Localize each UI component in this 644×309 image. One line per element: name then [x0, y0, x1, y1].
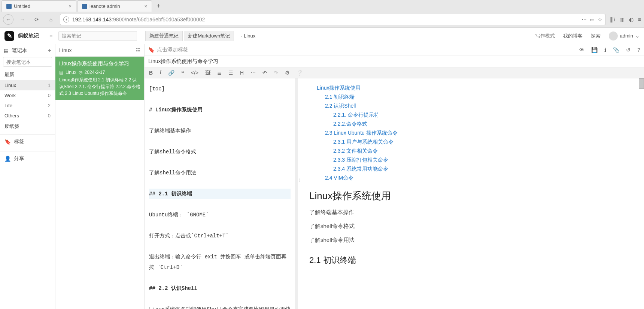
toggle-sidebar-icon[interactable]: ≡ — [49, 33, 52, 39]
italic-button[interactable]: I — [160, 70, 161, 76]
preview-h2: 2.1 初识终端 — [309, 255, 633, 266]
sidebar-item-tags[interactable]: 🔖 标签 — [0, 134, 55, 149]
sort-icon[interactable]: ☷ — [136, 47, 140, 53]
toc-link[interactable]: 2.3.4 系统常用功能命令 — [333, 165, 633, 174]
browser-chrome: Untitled × leanote admin × + ← → ⟳ ⌂ i 1… — [0, 0, 644, 27]
notebook-search[interactable] — [3, 57, 52, 67]
sidebar-item-folder[interactable]: Life 2 — [0, 100, 55, 111]
breadcrumb: - Linux — [241, 33, 255, 39]
home-button[interactable]: ⌂ — [46, 14, 56, 25]
menu-icon[interactable]: ≡ — [638, 16, 641, 22]
favicon-icon — [6, 4, 12, 9]
url-bar[interactable]: i 192.168.149.143:9800/note/65d1a6ebf50d… — [60, 14, 606, 25]
notebook-search-input[interactable] — [3, 57, 52, 67]
help-icon[interactable]: ❔ — [297, 70, 303, 76]
attachment-icon[interactable]: 📎 — [613, 47, 619, 53]
collapse-handle-icon[interactable]: 〉 — [298, 176, 303, 185]
toc-link[interactable]: 2.2.2.命令格式 — [333, 120, 633, 129]
sidebar-item-folder[interactable]: Work 0 — [0, 90, 55, 100]
ol-button[interactable]: ≣ — [217, 70, 222, 76]
search-notes-input[interactable]: 搜索笔记 — [58, 31, 137, 41]
sidebar-item-folder[interactable]: Others 0 — [0, 111, 55, 121]
search-placeholder: 搜索笔记 — [62, 33, 81, 39]
app-header: ✎ 蚂蚁笔记 ≡ 搜索笔记 新建普通笔记 新建Markdown笔记 - Linu… — [0, 28, 644, 44]
toc-link[interactable]: 2.3.3 压缩打包相关命令 — [333, 156, 633, 165]
shield-icon[interactable]: ◐ — [629, 16, 634, 22]
notebook-label: 笔记本 — [12, 47, 27, 54]
note-title[interactable]: Linux操作系统使用与命令学习 — [145, 56, 644, 68]
preview-icon[interactable]: 👁 — [579, 47, 584, 53]
toc-link[interactable]: 2.4 VIM命令 — [325, 174, 633, 183]
settings-icon[interactable]: ⚙ — [285, 70, 290, 76]
more-icon[interactable]: ⋯ — [581, 16, 587, 22]
note-card[interactable]: Linux操作系统使用与命令学习 ▤ Linux ◷ 2024-2-17 Lin… — [55, 57, 144, 100]
header-right: 写作模式 我的博客 探索 admin ⌄ — [535, 32, 640, 40]
preview-pane: 〉 Linux操作系统使用 2.1 初识终端 2.2 认识Shell 2.2.1… — [298, 78, 644, 309]
back-button[interactable]: ← — [3, 14, 13, 25]
toc-link[interactable]: 2.3.2 文件相关命令 — [333, 147, 633, 156]
browser-tab[interactable]: Untitled × — [1, 0, 76, 12]
book-icon: ▤ — [59, 69, 63, 76]
heading-button[interactable]: H — [240, 70, 244, 76]
save-icon[interactable]: 💾 — [591, 47, 598, 53]
bold-button[interactable]: B — [149, 70, 153, 76]
link-button[interactable]: 🔗 — [168, 70, 174, 76]
redo-button[interactable]: ↷ — [274, 70, 278, 76]
book-icon: ▤ — [4, 48, 9, 54]
forward-button[interactable]: → — [17, 14, 28, 25]
sidebar-item-latest[interactable]: 最新 — [0, 69, 55, 80]
browser-tab[interactable]: leanote admin × — [77, 0, 152, 12]
undo-button[interactable]: ↶ — [262, 70, 267, 76]
editor-panes: [toc] # Linux操作系统使用 了解终端基本操作 了解shell命令格式… — [145, 78, 644, 309]
header-link[interactable]: 我的博客 — [563, 33, 583, 39]
browser-right-icons: |||\ ▥ ◐ ≡ — [610, 16, 641, 22]
toc-link[interactable]: 2.3.1 用户与系统相关命令 — [333, 138, 633, 147]
note-list-heading: Linux — [59, 47, 72, 53]
logo-icon[interactable]: ✎ — [4, 31, 14, 41]
preview-h1: Linux操作系统使用 — [309, 189, 633, 202]
library-icon[interactable]: |||\ — [610, 16, 615, 22]
sidebar: ▤ 笔记本 + 最新 Linux 1 Work 0 Life 2 — [0, 44, 55, 309]
quote-button[interactable]: ❝ — [181, 70, 184, 76]
browser-tabs: Untitled × leanote admin × + — [0, 0, 644, 12]
user-menu[interactable]: admin ⌄ — [609, 32, 640, 40]
tab-title: leanote admin — [89, 3, 120, 9]
header-link[interactable]: 写作模式 — [535, 33, 555, 39]
bookmark-icon: 🔖 — [148, 47, 155, 53]
sidebar-item-folder[interactable]: Linux 1 — [0, 80, 55, 90]
new-tab-button[interactable]: + — [153, 2, 164, 10]
toc-link[interactable]: 2.2 认识Shell — [325, 102, 633, 111]
tag-icon: 🔖 — [4, 139, 11, 145]
avatar — [609, 32, 618, 40]
url-text: 192.168.149.143:9800/note/65d1a6ebf50d0a… — [72, 16, 578, 22]
ul-button[interactable]: ☰ — [228, 70, 233, 76]
sidebar-item-trash[interactable]: 废纸篓 — [0, 121, 55, 132]
sidebar-item-share[interactable]: 👤 分享 — [0, 151, 55, 166]
add-tag-hint[interactable]: 点击添加标签 — [157, 46, 188, 53]
toc-link[interactable]: 2.2.1. 命令行提示符 — [333, 111, 633, 120]
reload-button[interactable]: ⟳ — [31, 14, 42, 25]
new-markdown-button[interactable]: 新建Markdown笔记 — [184, 31, 234, 41]
new-note-button[interactable]: 新建普通笔记 — [145, 31, 183, 41]
image-button[interactable]: 🖼 — [205, 70, 210, 76]
more-button[interactable]: ⋯ — [250, 70, 256, 76]
bookmark-icon[interactable]: ☆ — [598, 16, 602, 22]
toc-link[interactable]: 2.1 初识终端 — [325, 93, 633, 102]
toc-link[interactable]: Linux操作系统使用 — [317, 84, 633, 93]
reader-icon[interactable]: ▭ — [590, 16, 595, 22]
tag-row: 🔖 点击添加标签 👁 💾 ℹ 📎 ↺ ? — [145, 44, 644, 56]
header-link[interactable]: 探索 — [591, 33, 601, 39]
info-icon[interactable]: i — [63, 16, 69, 22]
toc-link[interactable]: 2.3 Linux Ubuntu 操作系统命令 — [325, 129, 633, 138]
scrollbar[interactable] — [639, 78, 644, 89]
markdown-source[interactable]: [toc] # Linux操作系统使用 了解终端基本操作 了解shell命令格式… — [145, 78, 298, 309]
close-icon[interactable]: × — [69, 3, 72, 9]
help-icon[interactable]: ? — [637, 47, 640, 53]
add-notebook-button[interactable]: + — [48, 47, 51, 54]
sidebar-icon[interactable]: ▥ — [620, 16, 625, 22]
notebook-header: ▤ 笔记本 + — [0, 44, 55, 57]
close-icon[interactable]: × — [144, 3, 147, 9]
code-button[interactable]: </> — [191, 70, 198, 76]
history-icon[interactable]: ↺ — [626, 47, 631, 53]
info-icon[interactable]: ℹ — [604, 47, 606, 53]
